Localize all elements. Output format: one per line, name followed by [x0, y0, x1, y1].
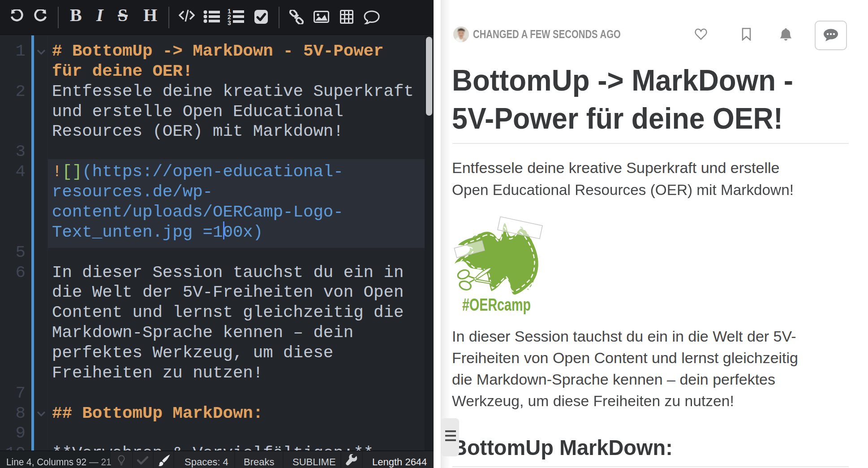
- svg-text:3: 3: [228, 19, 231, 25]
- svg-text:#OERcamp: #OERcamp: [462, 295, 531, 314]
